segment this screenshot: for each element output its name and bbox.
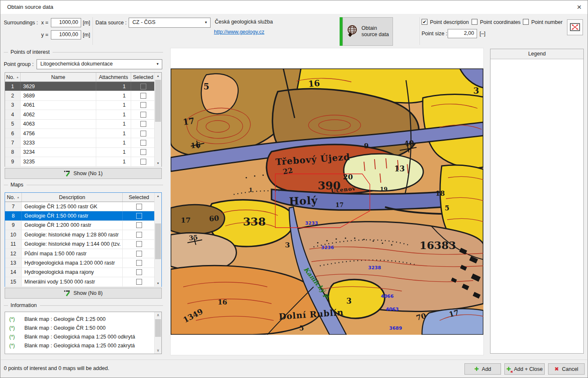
table-row[interactable]: 647561 (5, 129, 161, 138)
scroll-up-icon[interactable]: ∧ (155, 312, 161, 318)
row-checkbox[interactable] (140, 112, 146, 118)
points-table-scrollbar[interactable]: ▲ ▼ (154, 73, 161, 166)
y-input[interactable]: 1000,00 (51, 30, 81, 39)
data-source-combo[interactable]: CZ - ČGS ▼ (129, 18, 211, 28)
obtain-source-data-button[interactable]: Obtain source data (340, 17, 393, 46)
scroll-down-icon[interactable]: ∨ (155, 347, 161, 354)
list-item[interactable]: (*)Blank map : Geologie ČR 1:50 000 (5, 323, 155, 332)
table-row[interactable]: 12Půdní mapa 1:50 000 rastr (5, 249, 161, 258)
provider-link[interactable]: http://www.geology.cz (214, 29, 264, 35)
list-item[interactable]: (*)Blank map : Geologie ČR 1:25 000 (5, 315, 155, 323)
geological-map[interactable]: 1716516339017409222013191853381760351316… (171, 68, 483, 335)
row-description: Hydrogeologická mapa rajony (22, 268, 123, 277)
map-number-label: 9 (364, 142, 369, 150)
table-row[interactable]: 14Hydrogeologická mapa rajony (5, 268, 161, 277)
table-row[interactable]: 440621 (5, 110, 161, 119)
row-checkbox[interactable] (136, 251, 142, 257)
row-checkbox[interactable] (140, 93, 146, 99)
show-map-label: Show (No 8) (74, 290, 103, 296)
legend-title: Legend (490, 49, 583, 59)
scrollbar-thumb[interactable] (155, 319, 161, 337)
column-header-description[interactable]: Description (22, 193, 123, 202)
row-checkbox[interactable] (136, 241, 142, 247)
information-scrollbar[interactable]: ∧ ∨ (154, 312, 161, 354)
maps-table-scrollbar[interactable]: ▲ ▼ (154, 193, 161, 286)
scroll-down-icon[interactable]: ▼ (155, 160, 161, 166)
row-checkbox[interactable] (136, 260, 142, 266)
point-description-checkbox[interactable]: ✔ (422, 19, 427, 25)
table-row[interactable]: 136291 (5, 82, 161, 91)
map-place-label: Holý (289, 194, 318, 207)
row-checkbox[interactable] (136, 204, 142, 210)
row-attachments: 1 (96, 82, 131, 91)
row-checkbox[interactable] (140, 102, 146, 108)
map-point-label: 3236 (321, 245, 334, 250)
table-row[interactable]: 15Minerálni vody 1:500 000 rastr (5, 277, 161, 286)
scrollbar-thumb[interactable] (155, 223, 161, 259)
scroll-up-icon[interactable]: ▲ (155, 73, 161, 79)
table-row[interactable]: 932351 (5, 157, 161, 166)
add-close-button[interactable]: ✚ ✖ Add + Close (504, 363, 545, 375)
table-row[interactable]: 732331 (5, 138, 161, 147)
toolbar-separator (92, 17, 93, 45)
table-row[interactable]: 7Geologie ČR 1:25 000 rastr GK (5, 202, 161, 211)
zoom-extents-button[interactable] (567, 19, 583, 35)
show-map-button[interactable]: Show (No 8) (5, 288, 162, 299)
scrollbar-thumb[interactable] (155, 80, 161, 122)
table-row[interactable]: 540631 (5, 120, 161, 129)
point-group-combo[interactable]: Litogeochemická dokumentace ▼ (37, 59, 162, 69)
close-icon[interactable]: × (573, 2, 585, 13)
table-row[interactable]: 236891 (5, 91, 161, 100)
info-bullet: (*) (9, 334, 18, 340)
column-header-selected[interactable]: Selected (131, 73, 156, 81)
column-header-selected[interactable]: Selected (123, 193, 156, 202)
map-number-label: 20 (343, 173, 353, 181)
point-size-input[interactable]: 2,00 (448, 29, 477, 38)
row-checkbox[interactable] (140, 149, 146, 155)
list-item[interactable]: (*)Blank map : Geologická mapa 1:25 000 … (5, 341, 155, 350)
row-checkbox[interactable] (136, 269, 142, 275)
map-viewport[interactable]: 1716516339017409222013191853381760351316… (170, 48, 484, 355)
map-number-label: 17 (181, 216, 191, 224)
row-checkbox[interactable] (136, 279, 142, 285)
column-header-name[interactable]: Name (21, 73, 96, 81)
row-checkbox[interactable] (140, 121, 146, 127)
information-group-header: Information (4, 302, 163, 308)
row-description: Geologie ČR 1:50 000 rastr (22, 211, 123, 220)
cancel-button[interactable]: ✖ Cancel (548, 363, 585, 375)
row-checkbox[interactable] (136, 213, 142, 219)
add-button[interactable]: ✚ Add (464, 363, 501, 375)
column-header-no[interactable]: No. ▲ (5, 73, 21, 81)
table-row[interactable]: 11Geologie: historické mapy 1:144 000 (t… (5, 240, 161, 249)
row-name: 3234 (21, 148, 96, 157)
table-row[interactable]: 9Geologie ČR 1:200 000 rastr (5, 221, 161, 230)
maps-group-header: Maps (4, 182, 163, 188)
list-item[interactable]: (*)Blank map : Geologická mapa 1:25 000 … (5, 332, 155, 341)
row-number: 1 (5, 82, 21, 91)
row-checkbox[interactable] (140, 159, 146, 165)
table-row[interactable]: 13Hydrogeologická mapa 1:200 000 rastr (5, 258, 161, 268)
row-name: 3689 (21, 91, 96, 100)
row-number: 7 (5, 202, 22, 211)
row-checkbox[interactable] (140, 84, 146, 89)
table-row[interactable]: 10Geologie: historické mapy 1:28 800 ras… (5, 230, 161, 239)
point-coordinates-checkbox[interactable] (472, 19, 477, 25)
x-input[interactable]: 1000,00 (51, 18, 81, 27)
scroll-up-icon[interactable]: ▲ (155, 193, 161, 199)
row-checkbox[interactable] (136, 232, 142, 238)
scroll-down-icon[interactable]: ▼ (155, 280, 161, 286)
row-checkbox[interactable] (136, 222, 142, 228)
row-checkbox[interactable] (140, 140, 146, 146)
row-checkbox[interactable] (140, 131, 146, 136)
point-number-checkbox[interactable] (523, 19, 529, 25)
data-source-value: CZ - ČGS (132, 19, 156, 25)
column-header-attachments[interactable]: Attachments (96, 73, 131, 81)
table-row[interactable]: 8Geologie ČR 1:50 000 rastr (5, 211, 161, 220)
table-row[interactable]: 340611 (5, 101, 161, 110)
point-size-label: Point size : (422, 31, 447, 37)
column-header-no[interactable]: No. ▲ (5, 193, 22, 202)
show-point-button[interactable]: Show (No 1) (5, 168, 162, 179)
chevron-down-icon: ▼ (204, 21, 208, 24)
map-point-label: 3689 (389, 326, 402, 331)
table-row[interactable]: 832341 (5, 148, 161, 157)
